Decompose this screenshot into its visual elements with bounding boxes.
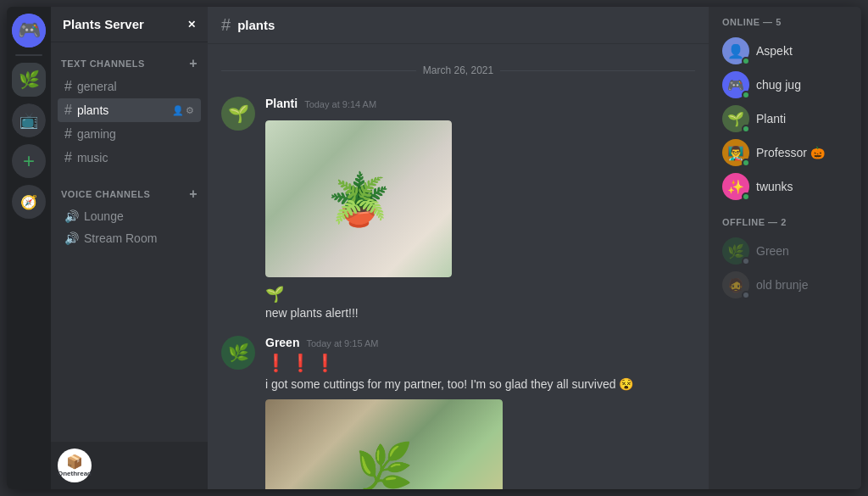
gear-icon: ⚙ — [186, 105, 194, 116]
plant-image-1 — [265, 120, 452, 277]
chat-messages[interactable]: March 26, 2021 🌱 Planti Today at 9:14 AM — [208, 44, 709, 489]
channel-name-lounge: Lounge — [84, 209, 194, 223]
message-avatar-green[interactable]: 🌿 — [221, 336, 255, 370]
discord-home-button[interactable]: 🎮 — [12, 14, 46, 47]
voice-channels-header[interactable]: VOICE CHANNELS + — [58, 187, 201, 205]
channel-icons-plants: 👤 ⚙ — [172, 105, 194, 116]
member-name-twunks: twunks — [756, 180, 793, 193]
message-username-planti: Planti — [265, 97, 298, 110]
hash-icon-general: # — [64, 79, 72, 94]
voice-channels-section: VOICE CHANNELS + 🔊 Lounge 🔊 Stream Room — [51, 173, 208, 253]
message-text-planti: new plants alert!!! — [265, 305, 695, 322]
hash-icon-music: # — [64, 150, 72, 165]
member-name-planti: Planti — [756, 112, 786, 125]
chevron-down-icon: ✕ — [187, 19, 196, 31]
channel-item-music[interactable]: # music — [58, 146, 201, 170]
add-text-channel-button[interactable]: + — [189, 56, 198, 71]
member-avatar-planti: 🌱 — [722, 105, 749, 132]
add-server-button[interactable]: + — [12, 144, 46, 178]
hash-icon-gaming: # — [64, 126, 72, 142]
channel-item-general[interactable]: # general — [58, 75, 201, 98]
channel-name-plants: plants — [77, 103, 167, 117]
app-container: 🎮 🌿 📺 + 🧭 Plants Server ✕ TEXT CHANNELS — [0, 0, 868, 496]
person-add-icon: 👤 — [172, 105, 184, 116]
message-content-planti: Planti Today at 9:14 AM 🌱 new plants ale… — [265, 97, 695, 322]
members-list: ONLINE — 5 👤 Aspekt 🎮 chug jug 🌱 — [709, 7, 861, 489]
text-channels-label: TEXT CHANNELS — [61, 59, 145, 69]
channel-header-name: plants — [237, 18, 275, 32]
message-avatar-planti[interactable]: 🌱 — [221, 97, 255, 131]
member-professor[interactable]: 👨‍🏫 Professor 🎃 — [715, 136, 854, 170]
channel-item-stream-room[interactable]: 🔊 Stream Room — [58, 227, 201, 249]
message-2: 🌿 Green Today at 9:15 AM ❗ ❗ ❗ i got som… — [221, 336, 695, 489]
message-timestamp-green: Today at 9:15 AM — [306, 338, 378, 348]
channel-item-lounge[interactable]: 🔊 Lounge — [58, 205, 201, 227]
channel-name-gaming: gaming — [77, 127, 194, 141]
status-dot-green — [742, 257, 750, 265]
member-green-offline[interactable]: 🌿 Green — [715, 234, 854, 268]
onethread-logo: 📦 Onethread — [58, 449, 92, 482]
message-image-green — [265, 399, 503, 489]
member-name-chugjug: chug jug — [756, 78, 801, 92]
status-dot-planti — [742, 125, 750, 133]
chat-area: # plants March 26, 2021 🌱 Planti — [208, 7, 709, 489]
status-dot-twunks — [742, 192, 750, 201]
member-name-aspekt: Aspekt — [756, 44, 793, 58]
date-divider-text: March 26, 2021 — [423, 64, 493, 76]
user-panel: 📦 Onethread — [51, 442, 208, 489]
plant-image-2 — [265, 399, 503, 489]
offline-members-header: OFFLINE — 2 — [715, 217, 854, 234]
add-voice-channel-button[interactable]: + — [189, 187, 198, 202]
channel-name-general: general — [77, 80, 194, 93]
hash-icon-plants: # — [64, 103, 72, 118]
status-dot-chugjug — [742, 91, 750, 99]
status-dot-aspekt — [742, 57, 750, 65]
online-members-header: ONLINE — 5 — [715, 17, 854, 34]
member-chug-jug[interactable]: 🎮 chug jug — [715, 68, 854, 102]
divider-line-left — [221, 70, 416, 71]
member-avatar-oldbrunje: 🧔 — [722, 271, 749, 298]
exclaim-emoji-3: ❗ — [314, 353, 336, 373]
message-username-green: Green — [265, 336, 299, 349]
server-icon-plants[interactable]: 🌿 — [12, 63, 46, 97]
channel-item-plants[interactable]: # plants 👤 ⚙ — [58, 98, 201, 122]
message-text-green: i got some cuttings for my partner, too!… — [265, 376, 695, 393]
server-icon-2[interactable]: 📺 — [12, 103, 46, 137]
message-header-green: Green Today at 9:15 AM — [265, 336, 695, 349]
speaker-icon-stream: 🔊 — [64, 231, 79, 245]
member-aspekt[interactable]: 👤 Aspekt — [715, 34, 854, 68]
onethread-label: Onethread — [58, 470, 92, 477]
member-name-oldbrunje: old brunje — [756, 278, 809, 292]
inner-container: 🎮 🌿 📺 + 🧭 Plants Server ✕ TEXT CHANNELS — [7, 7, 861, 489]
speaker-icon-lounge: 🔊 — [64, 209, 79, 223]
channel-header-hash-icon: # — [221, 15, 231, 35]
exclaim-emoji-1: ❗ — [265, 353, 287, 373]
message-header-planti: Planti Today at 9:14 AM — [265, 97, 695, 110]
member-oldbrunje[interactable]: 🧔 old brunje — [715, 268, 854, 302]
channel-name-music: music — [77, 151, 194, 164]
member-planti[interactable]: 🌱 Planti — [715, 102, 854, 136]
member-name-green: Green — [756, 244, 789, 258]
text-channels-section: TEXT CHANNELS + # general # plants 👤 ⚙ — [51, 42, 208, 173]
status-dot-oldbrunje — [742, 291, 750, 299]
server-name: Plants Server — [63, 17, 144, 31]
exclaim-emoji-2: ❗ — [290, 353, 311, 373]
member-avatar-professor: 👨‍🏫 — [722, 139, 749, 166]
member-avatar-green: 🌿 — [722, 237, 749, 265]
server-header[interactable]: Plants Server ✕ — [51, 7, 208, 42]
message-timestamp-planti: Today at 9:14 AM — [304, 99, 376, 109]
date-divider: March 26, 2021 — [221, 64, 695, 76]
member-twunks[interactable]: ✨ twunks — [715, 170, 854, 203]
member-avatar-chugjug: 🎮 — [722, 71, 749, 98]
channel-item-gaming[interactable]: # gaming — [58, 122, 201, 146]
message-image-planti — [265, 120, 452, 277]
member-avatar-twunks: ✨ — [722, 173, 749, 200]
discover-button[interactable]: 🧭 — [12, 185, 46, 219]
text-channels-header[interactable]: TEXT CHANNELS + — [58, 56, 201, 75]
emoji-row-green: ❗ ❗ ❗ — [265, 353, 695, 373]
message-1: 🌱 Planti Today at 9:14 AM 🌱 new plants a… — [221, 97, 695, 322]
channel-name-stream-room: Stream Room — [84, 231, 194, 245]
status-dot-professor — [742, 159, 750, 167]
channel-sidebar: Plants Server ✕ TEXT CHANNELS + # genera… — [51, 7, 208, 489]
members-spacer — [715, 203, 854, 217]
